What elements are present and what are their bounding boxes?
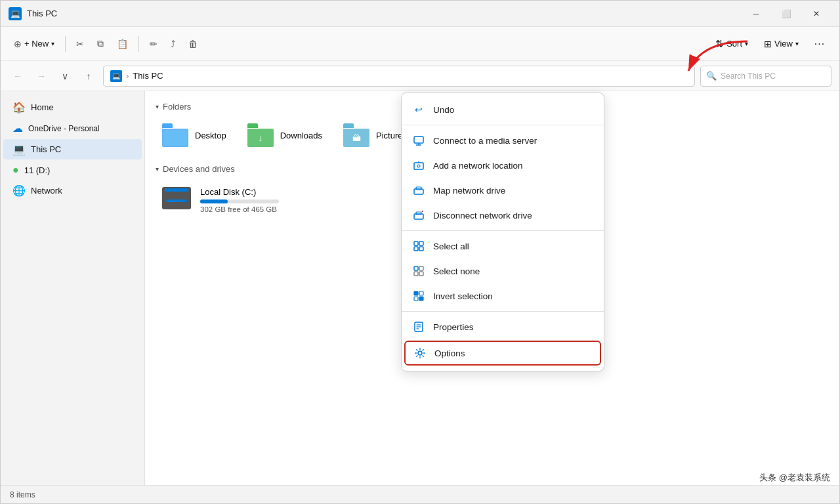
menu-label-select-all: Select all [433, 242, 469, 251]
options-icon [413, 346, 427, 360]
thispc-icon: 💻 [12, 143, 26, 156]
minimize-button[interactable]: ─ [741, 1, 771, 27]
svg-line-10 [422, 211, 423, 212]
rename-icon: ✏ [150, 39, 158, 49]
dropdown-menu: ↩ Undo Connect to a media server Add a n… [401, 93, 604, 371]
address-bar: ← → ∨ ↑ 💻 › This PC 🔍 Search This PC [1, 61, 839, 91]
menu-separator-3 [402, 311, 604, 312]
svg-rect-12 [419, 242, 423, 245]
drive-free-space: 302 GB free of 465 GB [200, 205, 279, 213]
new-label: + New [24, 39, 49, 49]
network-icon: 🌐 [12, 184, 26, 197]
cut-button[interactable]: ✂ [71, 32, 89, 56]
toolbar-divider-1 [65, 36, 66, 52]
sidebar-item-d-drive[interactable]: ● 11 (D:) [3, 160, 142, 180]
svg-rect-16 [419, 266, 423, 270]
svg-rect-17 [414, 272, 418, 276]
drive-label: Local Disk (C:) [200, 187, 279, 197]
close-button[interactable]: ✕ [801, 1, 831, 27]
folder-downloads-label: Downloads [280, 131, 322, 140]
share-button[interactable]: ⤴ [165, 32, 180, 56]
view-button[interactable]: ⊞ View ▾ [757, 32, 805, 56]
svg-rect-21 [414, 297, 418, 301]
svg-rect-11 [414, 242, 418, 245]
drive-progress [200, 200, 279, 203]
menu-item-add-network[interactable]: Add a network location [402, 153, 604, 178]
menu-label-undo: Undo [433, 105, 454, 115]
svg-rect-3 [414, 163, 423, 169]
svg-rect-19 [414, 291, 418, 295]
invert-selection-icon [412, 289, 425, 303]
new-button[interactable]: ⊕ + New ▾ [9, 32, 60, 56]
new-icon: ⊕ [14, 39, 22, 49]
breadcrumb[interactable]: 💻 › This PC [103, 66, 695, 87]
menu-item-connect-media[interactable]: Connect to a media server [402, 128, 604, 153]
more-options-button[interactable]: ··· [808, 32, 831, 56]
list-item[interactable]: ↓ Downloads [241, 119, 329, 151]
svg-point-4 [417, 165, 420, 167]
progress-bar-fill [200, 200, 228, 203]
breadcrumb-icon: 💻 [110, 70, 122, 82]
view-chevron: ▾ [795, 40, 799, 47]
menu-label-connect-media: Connect to a media server [433, 136, 537, 146]
sidebar-item-network[interactable]: 🌐 Network [3, 180, 142, 201]
sidebar-label-home: Home [31, 102, 54, 112]
sidebar-item-home[interactable]: 🏠 Home [3, 97, 142, 117]
paste-button[interactable]: 📋 [112, 32, 133, 56]
window: 💻 This PC ─ ⬜ ✕ ⊕ + New ▾ ✂ ⧉ 📋 ✏ ⤴ [0, 0, 840, 504]
properties-icon [412, 320, 425, 333]
rename-button[interactable]: ✏ [144, 32, 163, 56]
drive-c-icon [162, 187, 194, 213]
copy-button[interactable]: ⧉ [92, 32, 109, 56]
sort-button[interactable]: ⇅ Sort ▾ [709, 32, 755, 56]
menu-item-options[interactable]: Options [404, 341, 601, 366]
menu-item-select-none[interactable]: Select none [402, 259, 604, 284]
folders-section-label: Folders [163, 102, 191, 112]
menu-item-select-all[interactable]: Select all [402, 234, 604, 259]
folder-downloads-icon: ↓ [247, 123, 274, 147]
menu-label-disconnect-drive: Disconnect network drive [433, 211, 532, 220]
svg-rect-18 [419, 272, 423, 276]
drives-section-label: Devices and drives [163, 164, 235, 174]
sidebar-label-d-drive: 11 (D:) [24, 165, 51, 175]
search-bar[interactable]: 🔍 Search This PC [700, 66, 831, 87]
menu-label-select-none: Select none [433, 266, 480, 276]
back-button[interactable]: ← [9, 67, 27, 85]
window-controls: ─ ⬜ ✕ [741, 1, 831, 27]
sidebar-label-network: Network [31, 186, 62, 196]
folder-pictures-icon: 🏔 [343, 123, 369, 147]
recent-button[interactable]: ∨ [56, 67, 74, 85]
cut-icon: ✂ [76, 39, 84, 49]
sidebar-label-thispc: This PC [31, 144, 61, 154]
d-drive-icon: ● [12, 164, 19, 176]
select-none-icon [412, 264, 425, 278]
svg-rect-15 [414, 266, 418, 270]
items-count: 8 items [10, 490, 35, 499]
up-button[interactable]: ↑ [79, 67, 98, 85]
menu-item-undo[interactable]: ↩ Undo [402, 97, 604, 122]
menu-item-map-drive[interactable]: Map network drive [402, 178, 604, 203]
toolbar-divider-2 [138, 36, 139, 52]
svg-rect-14 [419, 247, 423, 251]
menu-label-properties: Properties [433, 322, 474, 332]
sidebar-item-thispc[interactable]: 💻 This PC [3, 139, 142, 159]
menu-item-disconnect-drive[interactable]: Disconnect network drive [402, 203, 604, 228]
undo-icon: ↩ [412, 103, 425, 116]
toolbar-right: ⇅ Sort ▾ ⊞ View ▾ ··· [709, 32, 831, 56]
menu-item-properties[interactable]: Properties [402, 314, 604, 339]
onedrive-icon: ☁ [12, 122, 23, 135]
search-icon: 🔍 [706, 71, 717, 81]
svg-rect-20 [419, 291, 423, 295]
menu-item-invert-selection[interactable]: Invert selection [402, 284, 604, 308]
delete-icon: 🗑 [188, 39, 198, 49]
forward-button[interactable]: → [32, 67, 51, 85]
delete-button[interactable]: 🗑 [183, 32, 203, 56]
list-item[interactable]: Desktop [156, 119, 233, 151]
sidebar-item-onedrive[interactable]: ☁ OneDrive - Personal [3, 118, 142, 138]
svg-rect-22 [419, 297, 423, 301]
restore-button[interactable]: ⬜ [771, 1, 801, 27]
breadcrumb-separator: › [126, 71, 129, 81]
search-placeholder: Search This PC [721, 72, 776, 81]
menu-label-invert-selection: Invert selection [433, 291, 493, 301]
connect-media-icon [412, 134, 425, 147]
